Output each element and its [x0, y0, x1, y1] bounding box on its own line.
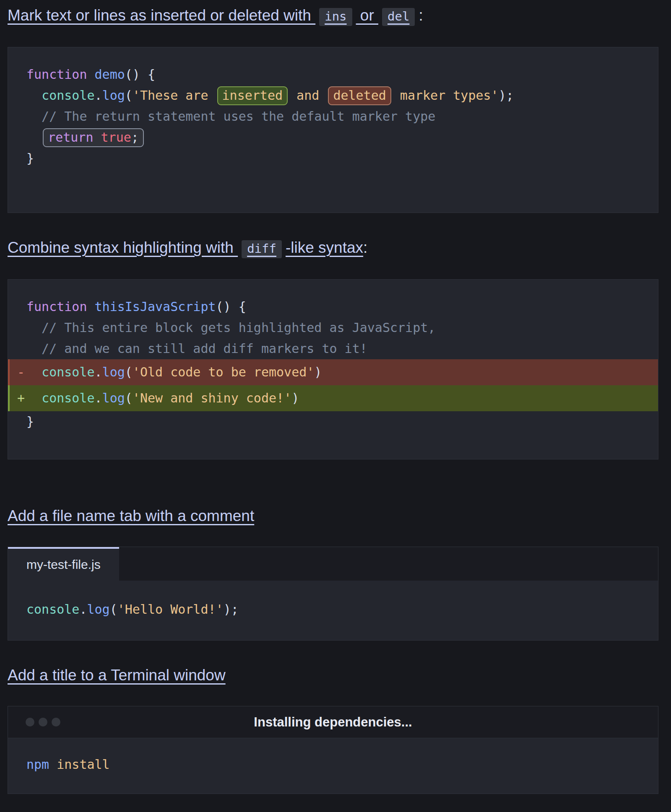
heading-ins-del: Mark text or lines as inserted or delete…	[8, 6, 658, 26]
window-dot-icon	[52, 718, 60, 726]
terminal-header: Installing dependencies...	[8, 706, 658, 738]
heading-diff-link[interactable]: Combine syntax highlighting with diff-li…	[8, 239, 363, 256]
heading-diff: Combine syntax highlighting with diff-li…	[8, 238, 658, 258]
code-body: function thisIsJavaScript() { // This en…	[8, 280, 658, 459]
heading-file-tab-link[interactable]: Add a file name tab with a comment	[8, 507, 254, 524]
ins-marker-box: inserted	[217, 86, 288, 105]
terminal-window: Installing dependencies... npm install	[8, 706, 658, 794]
page-content: Mark text or lines as inserted or delete…	[0, 0, 671, 794]
del-marker-box: deleted	[328, 86, 391, 105]
window-dot-icon	[26, 718, 34, 726]
diff-sign: -	[17, 362, 25, 383]
heading-suffix: :	[363, 239, 367, 256]
file-tab[interactable]: my-test-file.js	[8, 547, 119, 581]
file-tab-bar: my-test-file.js	[8, 547, 658, 581]
code-line: console.log('These are inserted and dele…	[8, 85, 658, 106]
code-line: npm install	[8, 754, 658, 775]
window-dot-icon	[39, 718, 47, 726]
inline-code-chip: ins	[319, 8, 352, 26]
heading-file-tab: Add a file name tab with a comment	[8, 506, 658, 526]
diff-sign: +	[17, 388, 25, 409]
heading-ins-del-link[interactable]: Mark text or lines as inserted or delete…	[8, 7, 419, 24]
code-body: console.log('Hello World!');	[8, 581, 658, 640]
file-tab-label: my-test-file.js	[26, 558, 101, 572]
code-block-diff: function thisIsJavaScript() { // This en…	[8, 279, 658, 459]
window-dots-icon	[26, 718, 60, 726]
default-marker-box: return true;	[43, 128, 144, 147]
code-line: // This entire block gets highlighted as…	[8, 317, 658, 338]
code-line: // and we can still add diff markers to …	[8, 338, 658, 359]
code-block-file-tab: my-test-file.js console.log('Hello World…	[8, 547, 658, 641]
inline-code-chip: diff	[242, 240, 282, 258]
code-line: // The return statement uses the default…	[8, 106, 658, 127]
terminal-title: Installing dependencies...	[254, 715, 412, 730]
diff-ins-line: + console.log('New and shiny code!')	[8, 385, 658, 411]
code-line: }	[8, 148, 658, 169]
code-line: return true;	[8, 127, 658, 148]
diff-del-line: - console.log('Old code to be removed')	[8, 359, 658, 385]
code-line: function thisIsJavaScript() {	[8, 296, 658, 317]
heading-terminal: Add a title to a Terminal window	[8, 666, 658, 685]
code-line: }	[8, 411, 658, 432]
code-line: console.log('Hello World!');	[8, 599, 658, 620]
heading-suffix: :	[419, 7, 423, 24]
terminal-body: npm install	[8, 738, 658, 794]
code-body: function demo() { console.log('These are…	[8, 47, 658, 213]
inline-code-chip: del	[382, 8, 415, 26]
code-block-demo: function demo() { console.log('These are…	[8, 47, 658, 213]
code-line: function demo() {	[8, 64, 658, 85]
heading-terminal-link[interactable]: Add a title to a Terminal window	[8, 667, 226, 684]
